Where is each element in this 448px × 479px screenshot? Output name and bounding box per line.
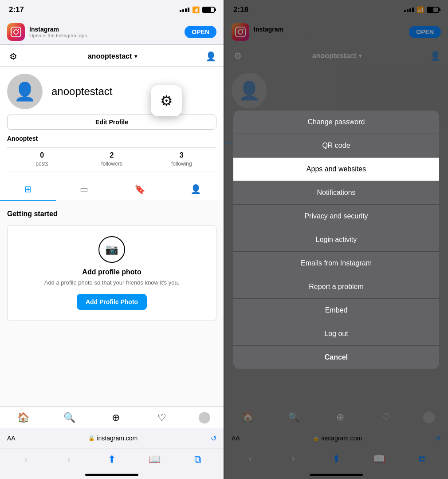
gear-highlight-icon: ⚙: [160, 92, 173, 109]
tab-grid[interactable]: ⊞: [0, 178, 56, 201]
status-icons-left: 📶: [180, 6, 215, 13]
posts-stat: 0 posts: [7, 151, 77, 167]
menu-item-embed[interactable]: Embed: [233, 299, 439, 322]
display-name-left: anooptestact: [51, 85, 216, 98]
menu-item-cancel[interactable]: Cancel: [233, 346, 439, 369]
open-button-left[interactable]: OPEN: [185, 26, 216, 38]
add-photo-subtitle: Add a profile photo so that your friends…: [15, 279, 209, 287]
back-button-left[interactable]: ‹: [17, 454, 35, 465]
add-photo-button[interactable]: Add Profile Photo: [77, 294, 147, 310]
menu-item-login-activity[interactable]: Login activity: [233, 228, 439, 252]
wifi-icon: 📶: [192, 6, 200, 13]
app-name-left: Instagram: [29, 26, 180, 33]
left-phone: 2:17 📶 Instagram Open in the Instagram a…: [0, 0, 224, 479]
camera-icon: 📷: [98, 236, 125, 263]
menu-item-apps-and-websites[interactable]: Apps and websites: [233, 158, 439, 181]
aa-text-left[interactable]: AA: [7, 435, 16, 442]
status-time-left: 2:17: [9, 5, 24, 14]
avatar: 👤: [7, 74, 43, 109]
getting-started-title: Getting started: [7, 210, 216, 218]
tabs-button-left[interactable]: ⧉: [189, 454, 207, 465]
menu-item-emails-from-instagram[interactable]: Emails from Instagram: [233, 252, 439, 275]
add-photo-title: Add profile photo: [15, 268, 209, 276]
address-bar-left: AA 🔒 instagram.com ↺: [0, 428, 224, 448]
app-banner-left: Instagram Open in the Instagram app OPEN: [0, 20, 224, 45]
menu-item-privacy-and-security[interactable]: Privacy and security: [233, 205, 439, 228]
signal-icon: [180, 8, 189, 12]
right-phone: 2:18 📶 Instagram Open in the Instagram a…: [224, 0, 448, 479]
url-left[interactable]: instagram.com: [97, 435, 138, 442]
tab-icons: ⊞ ▭ 🔖 👤: [0, 178, 224, 201]
add-icon[interactable]: ⊕: [106, 408, 126, 428]
instagram-icon: [7, 23, 25, 41]
heart-icon[interactable]: ♡: [152, 408, 172, 428]
app-sub-left: Open in the Instagram app: [29, 33, 180, 38]
home-icon[interactable]: 🏠: [13, 408, 33, 428]
content-area-left: Getting started 📷 Add profile photo Add …: [0, 201, 224, 406]
profile-body-left: 👤 anooptestact Edit Profile Anooptest 0 …: [0, 67, 224, 178]
gear-highlight: ⚙: [151, 85, 182, 116]
bookmarks-button-left[interactable]: 📖: [146, 454, 164, 465]
reload-icon-left[interactable]: ↺: [211, 434, 216, 443]
tab-reels[interactable]: ▭: [56, 178, 112, 201]
stats-row: 0 posts 2 followers 3 following: [7, 147, 216, 171]
battery-icon: [202, 7, 215, 13]
menu-item-change-password[interactable]: Change password: [233, 111, 439, 134]
chevron-down-icon: ▾: [134, 53, 137, 59]
menu-item-notifications[interactable]: Notifications: [233, 181, 439, 205]
followers-stat: 2 followers: [77, 151, 146, 167]
bottom-nav-left: 🏠 🔍 ⊕ ♡: [0, 406, 224, 428]
forward-button-left[interactable]: ›: [60, 454, 78, 465]
safari-toolbar-left: ‹ › ⬆ 📖 ⧉: [0, 448, 224, 470]
search-icon[interactable]: 🔍: [60, 408, 79, 428]
action-sheet: Change passwordQR codeApps and websitesN…: [233, 111, 439, 369]
following-stat: 3 following: [147, 151, 216, 167]
lock-icon-left: 🔒: [88, 435, 95, 441]
add-person-icon[interactable]: 👤: [205, 51, 216, 62]
action-sheet-overlay: Change passwordQR codeApps and websitesN…: [224, 0, 448, 479]
status-bar-left: 2:17 📶: [0, 0, 224, 20]
add-photo-card: 📷 Add profile photo Add a profile photo …: [7, 225, 216, 321]
username-left: anooptestact: [88, 52, 132, 60]
bio-name: Anooptest: [7, 135, 216, 142]
edit-profile-button[interactable]: Edit Profile: [7, 115, 216, 130]
tab-tagged[interactable]: 👤: [168, 178, 224, 201]
menu-item-qr-code[interactable]: QR code: [233, 134, 439, 158]
home-indicator-left: [0, 470, 224, 479]
menu-item-log-out[interactable]: Log out: [233, 322, 439, 346]
share-button-left[interactable]: ⬆: [103, 454, 121, 465]
profile-header-left: ⚙ anooptestact ▾ 👤: [0, 45, 224, 67]
profile-icon[interactable]: [199, 412, 210, 424]
menu-item-report-a-problem[interactable]: Report a problem: [233, 275, 439, 299]
gear-button-left[interactable]: ⚙: [7, 50, 20, 63]
tab-saved[interactable]: 🔖: [112, 178, 168, 201]
